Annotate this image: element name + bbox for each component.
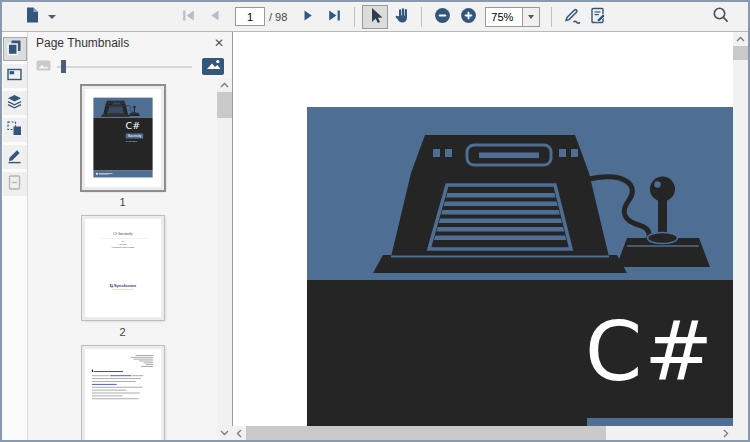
sidebar-icon-strip: [2, 32, 28, 440]
sidebar-item-annotations[interactable]: [3, 145, 27, 169]
publisher-logo: Syncfusion: [85, 283, 161, 288]
cover-badge: Succinctly: [587, 418, 733, 426]
cover-title: C#: [585, 304, 715, 399]
scroll-left-button[interactable]: [232, 426, 246, 440]
thumbnail-page-1-label: 1: [119, 196, 125, 208]
signature-pen-icon: [563, 6, 582, 28]
signature-tool-button[interactable]: [559, 5, 585, 29]
cover-author: by Joe Mayo: [125, 140, 136, 142]
cover-title: C#: [125, 120, 140, 131]
scrollbar-thumb[interactable]: [733, 46, 748, 60]
cover-art-dark-band: C# Succinctly by Joe Mayo: [93, 118, 152, 171]
thumbnail-page-1[interactable]: C# Succinctly by Joe Mayo: [82, 86, 164, 190]
form-annotation-button[interactable]: [585, 5, 611, 29]
scrollbar-track: [733, 46, 748, 426]
last-page-button[interactable]: [321, 5, 347, 29]
cover-art-blue-band: [307, 107, 733, 280]
logo-tagline: Deliver innovation with ease: [85, 289, 161, 291]
toolbar: / 98: [2, 2, 748, 32]
title-page-foreword: Foreword by Daniel Jebaraj: [85, 247, 161, 249]
organize-pages-icon: [6, 120, 23, 140]
page-viewport: C# Succinctly by Joe Mayo: [232, 32, 733, 426]
thumbnail-cover-page: C# Succinctly by Joe Mayo: [85, 89, 161, 187]
pan-tool-button[interactable]: [388, 5, 414, 29]
syncfusion-logo-icon: [109, 284, 112, 287]
scroll-down-button[interactable]: [217, 426, 232, 440]
next-page-button[interactable]: [295, 5, 321, 29]
sidebar-item-layers[interactable]: [3, 91, 27, 115]
zoom-out-icon: [434, 7, 451, 27]
hand-icon: [393, 7, 410, 27]
thumbnail-list: C# Succinctly by Joe Mayo 1: [28, 78, 217, 440]
panel-header: Page Thumbnails ✕: [28, 32, 232, 54]
thumbnail-size-slider-row: [28, 54, 232, 78]
logo-text: Syncfusion: [113, 283, 135, 288]
sidebar-item-comments: [3, 172, 27, 196]
sidebar-item-organize-pages[interactable]: [3, 118, 27, 142]
vertical-scrollbar: [733, 32, 748, 426]
scroll-up-button[interactable]: [217, 78, 232, 92]
page-number-input[interactable]: [235, 7, 265, 26]
horizontal-scrollbar: [232, 426, 733, 440]
scrollbar-thumb[interactable]: [217, 92, 232, 118]
zoom-in-button[interactable]: [455, 5, 481, 29]
comment-note-icon: [6, 174, 23, 194]
thumbnail-panel-scrollbar: [217, 78, 232, 440]
next-page-icon: [301, 8, 316, 26]
cover-art-dark-band: C# Succinctly by Joe Mayo: [307, 280, 733, 426]
thumbnail-copyright-page: [85, 349, 161, 440]
large-image-icon: [204, 58, 222, 74]
large-image-button[interactable]: [202, 58, 224, 75]
small-image-icon: [36, 57, 51, 75]
close-panel-button[interactable]: ✕: [214, 37, 224, 49]
title-page-title: C# Succinctly: [85, 231, 161, 235]
chevron-down-icon: [48, 15, 56, 19]
zoom-in-icon: [460, 7, 477, 27]
bookmarks-icon: [6, 66, 23, 86]
panel-title: Page Thumbnails: [36, 36, 214, 50]
cover-footer: [93, 171, 152, 178]
thumbnail-page-2[interactable]: C# Succinctly By Joe Mayo Foreword by Da…: [82, 216, 164, 320]
thumbnail-page-3[interactable]: [82, 346, 164, 440]
game-console-illustration: [101, 101, 140, 117]
scroll-right-button[interactable]: [719, 426, 733, 440]
page-thumbnails-panel: Page Thumbnails ✕: [28, 32, 232, 440]
select-tool-button[interactable]: [362, 5, 388, 29]
document-viewer: C# Succinctly by Joe Mayo: [232, 32, 748, 440]
sidebar-item-bookmarks[interactable]: [3, 64, 27, 88]
thumbnails-icon: [6, 39, 23, 59]
zoom-dropdown-button[interactable]: [522, 8, 539, 26]
first-page-icon: [181, 8, 196, 26]
zoom-out-button[interactable]: [429, 5, 455, 29]
chevron-down-icon: [528, 15, 534, 19]
search-button[interactable]: [708, 5, 734, 29]
scrollbar-track: [217, 92, 232, 426]
previous-page-button: [201, 5, 227, 29]
file-menu-button[interactable]: [22, 5, 57, 29]
footer-text-line: [98, 174, 108, 175]
scrollbar-track: [246, 426, 719, 440]
title-page-author: Joe Mayo: [85, 243, 161, 245]
file-icon: [23, 6, 41, 27]
slider-handle[interactable]: [61, 60, 66, 73]
body-text-placeholder: [91, 375, 142, 399]
content-area: Page Thumbnails ✕: [2, 32, 748, 440]
sidebar-item-thumbnails[interactable]: [3, 37, 27, 61]
heading-placeholder: [91, 370, 122, 373]
toolbar-separator: [354, 7, 355, 27]
pdf-viewer-window: / 98: [0, 0, 750, 442]
thumbnail-page-2-label: 2: [119, 326, 125, 338]
thumbnail-size-slider: [57, 60, 192, 73]
zoom-level-input[interactable]: [486, 8, 522, 26]
page-count-label: / 98: [269, 11, 287, 23]
scrollbar-corner: [733, 426, 748, 440]
toolbar-separator: [551, 7, 552, 27]
cover-badge: Succinctly: [125, 133, 143, 138]
publisher-mark: [95, 173, 97, 175]
previous-page-icon: [207, 8, 222, 26]
scrollbar-thumb[interactable]: [246, 426, 606, 440]
last-page-icon: [327, 8, 342, 26]
document-pen-icon: [589, 6, 608, 28]
pencil-icon: [6, 147, 23, 167]
scroll-up-button[interactable]: [733, 32, 748, 46]
